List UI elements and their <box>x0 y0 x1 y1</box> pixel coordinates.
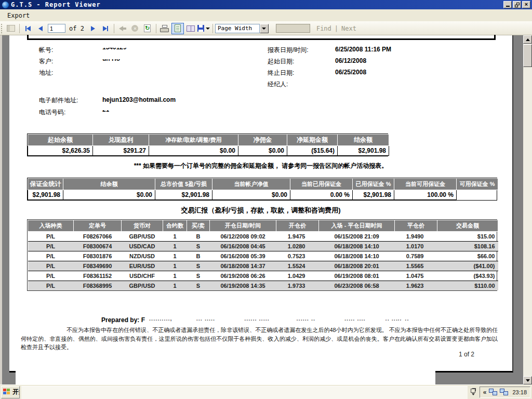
header-field: 报表日期/时间:6/25/2008 11:16 PM <box>268 46 309 55</box>
disclaimer-text: 不应为本报告中存在的任何错误、不正确或者遗漏承担责任，除非该错误、不正确或者遗漏… <box>21 326 498 352</box>
column-header: 净佣金 <box>238 135 287 146</box>
table-cell: USD/CAD <box>122 242 163 251</box>
table-cell: ($15.64) <box>287 146 338 156</box>
table-cell: 06/18/2008 14:37 <box>210 261 276 271</box>
previous-page-button[interactable] <box>35 23 46 34</box>
scroll-thumb[interactable] <box>523 44 532 67</box>
minimize-button[interactable] <box>503 1 512 8</box>
zoom-dropdown-arrow[interactable] <box>260 24 269 33</box>
first-page-button[interactable] <box>22 23 34 34</box>
print-layout-button[interactable] <box>171 23 184 34</box>
table-cell: F08361152 <box>74 271 122 281</box>
document-map-icon <box>7 25 15 32</box>
table-cell: 1.0429 <box>276 271 319 281</box>
save-dropdown-caret-icon[interactable] <box>206 28 210 30</box>
column-header: 当前已用保证金 <box>290 179 353 190</box>
print-icon <box>160 25 169 32</box>
vertical-scrollbar[interactable] <box>523 35 532 384</box>
table-cell: F08301876 <box>74 251 122 261</box>
column-header: 开仓价 <box>276 220 319 232</box>
column-header: 结余额 <box>338 135 389 146</box>
start-label: 开始 <box>12 388 20 396</box>
column-header: 兑现盈利 <box>93 135 149 146</box>
redacted-value: 21 <box>102 110 109 114</box>
field-label: 电话号码: <box>39 109 65 116</box>
refresh-icon: ↻ <box>144 24 151 32</box>
field-label: 客户: <box>39 58 53 65</box>
table-cell: 0.00 % <box>290 190 353 200</box>
trades-table: 入场种类定单号货币对合约数买/卖开仓日期/时间开仓价入场 - 平仓日期时间平仓价… <box>28 220 498 290</box>
header-field: 电话号码:21 <box>39 108 65 117</box>
table-cell: P/L <box>28 232 74 242</box>
page-count-label: of 2 <box>69 25 84 32</box>
table-cell: 1 <box>163 251 187 261</box>
print-button[interactable] <box>159 23 170 34</box>
column-header: 合约数 <box>163 220 187 232</box>
header-field: 起始日期:06/12/2008 <box>268 57 294 66</box>
table-cell: USD/CHF <box>122 271 163 281</box>
commission-note: *** 如果需要每一个订单号的完整的佣金和延期金额， 请参考同一报告区间的帐户活… <box>9 162 512 170</box>
scroll-down-button[interactable] <box>523 376 532 384</box>
close-button[interactable]: × <box>522 1 530 8</box>
network-connection-icon[interactable] <box>500 389 508 395</box>
search-input[interactable] <box>276 24 310 33</box>
system-tray: « 23:18 <box>480 387 530 398</box>
menu-item-export[interactable]: Export <box>3 11 34 20</box>
report-viewer-area: 帐号:1340129客户:un Ho地址:电子邮件地址:hejun1203@ho… <box>0 35 532 384</box>
column-header: 净存款/取款/调整/费用 <box>149 135 238 146</box>
field-value: 06/12/2008 <box>335 57 366 64</box>
find-link[interactable]: Find <box>316 25 331 32</box>
table-cell: 1 <box>163 242 187 251</box>
redacted-text: un Ho <box>102 59 120 63</box>
refresh-button[interactable]: ↻ <box>142 23 153 34</box>
margin-table-wrap: 保证金统计结余额总市价值 $盈/亏损当前帐户净值当前已用保证金已用保证金 %当前… <box>27 178 497 201</box>
trades-body: P/LF08267066GBP/USD1B06/12/2008 09:021.9… <box>28 232 498 291</box>
zoom-dropdown[interactable]: Page Width <box>215 24 260 33</box>
windows-flag-icon <box>3 389 11 395</box>
table-cell: 1.9733 <box>276 281 319 291</box>
icon-part <box>107 26 108 31</box>
field-value: 6/25/2008 11:16 PM <box>335 46 391 53</box>
start-button[interactable]: 开始 <box>1 386 20 398</box>
table-cell: $0.00 <box>149 146 238 156</box>
icon-part <box>176 28 179 29</box>
last-page-icon <box>103 26 107 31</box>
next-page-button[interactable] <box>87 23 99 34</box>
table-cell: 1.0170 <box>395 242 437 251</box>
field-label: 电子邮件地址: <box>39 97 78 104</box>
page-setup-button[interactable] <box>185 23 196 34</box>
icon-part <box>198 30 203 32</box>
table-cell: 0.7523 <box>276 251 319 261</box>
table-cell: $15.00 <box>437 232 498 242</box>
report-content: 帐号:1340129客户:un Ho地址:电子邮件地址:hejun1203@ho… <box>9 35 512 371</box>
toolbar-separator <box>212 24 213 33</box>
language-bar-icon[interactable] <box>469 387 477 397</box>
page-number-input[interactable] <box>48 24 65 33</box>
header-field: 终止日期:06/25/2008 <box>268 69 294 77</box>
next-link[interactable]: Next <box>341 25 356 32</box>
trades-header-row: 入场种类定单号货币对合约数买/卖开仓日期/时间开仓价入场 - 平仓日期时间平仓价… <box>28 220 498 232</box>
table-cell: 06/12/2008 09:02 <box>210 232 276 242</box>
toolbar-grip[interactable] <box>1 24 3 33</box>
last-page-button[interactable] <box>100 23 111 34</box>
column-header: 已用保证金 % <box>353 179 394 190</box>
table-cell: 1 <box>163 271 187 281</box>
network-connection-icon[interactable] <box>489 389 497 395</box>
page-number-label: 1 of 2 <box>459 351 474 358</box>
document-map-toggle-button[interactable] <box>5 23 17 34</box>
field-label: 终止日期: <box>268 69 294 76</box>
icon-part <box>7 25 10 31</box>
back-button[interactable] <box>117 23 128 34</box>
table-cell: 1 <box>163 261 187 271</box>
scroll-up-button[interactable] <box>523 35 532 44</box>
table-cell: P/L <box>28 271 74 281</box>
export-save-button[interactable] <box>197 23 210 34</box>
column-header: 买/卖 <box>187 220 210 232</box>
restore-button[interactable] <box>513 1 521 8</box>
column-header: 开仓日期/时间 <box>210 220 276 232</box>
table-cell: S <box>187 242 210 251</box>
tray-chevron-icon[interactable]: « <box>483 389 487 396</box>
stop-button[interactable]: × <box>129 23 141 34</box>
redacted-text: ..... .... <box>344 320 366 322</box>
column-header: 起始余额 <box>28 135 93 146</box>
